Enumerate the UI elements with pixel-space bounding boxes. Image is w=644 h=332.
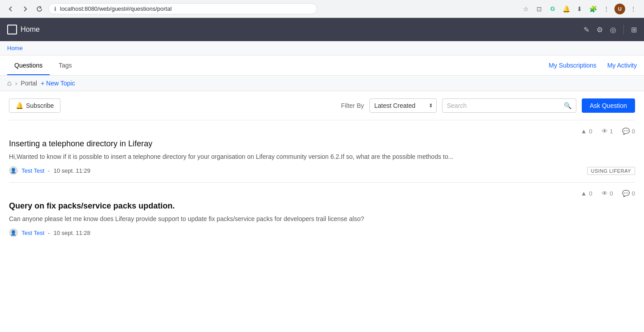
author-date-separator: - <box>48 167 50 174</box>
comments-count: 0 <box>632 128 635 135</box>
logo-square-icon <box>7 25 17 34</box>
header-divider <box>623 25 624 34</box>
votes-stat: ▲ 0 <box>580 190 592 197</box>
my-activity-link[interactable]: My Activity <box>607 62 637 69</box>
avatar-icon: 👤 <box>10 230 17 236</box>
browser-actions: ☆ ⊡ G 🔔 ⬇ 🧩 ⋮ U ⋮ <box>520 4 639 14</box>
question-meta-top: ▲ 0 👁 1 💬 0 <box>9 128 635 135</box>
tab-questions[interactable]: Questions <box>7 55 50 75</box>
question-title[interactable]: Query on fix packs/service packs updatio… <box>9 201 635 211</box>
url-text: localhost:8080/web/guest#/questions/port… <box>60 5 172 12</box>
question-excerpt: Can anyone please let me know does Lifer… <box>9 214 635 224</box>
filter-section: Filter By Latest Created Latest Edited M… <box>341 98 635 113</box>
reload-button[interactable] <box>34 4 45 14</box>
address-bar[interactable]: ℹ localhost:8080/web/guest#/questions/po… <box>48 3 317 14</box>
views-stat: 👁 0 <box>601 190 613 197</box>
search-box: 🔍 <box>442 98 576 113</box>
table-row: ▲ 0 👁 0 💬 0 Query on fix packs/service p… <box>9 182 635 244</box>
my-subscriptions-link[interactable]: My Subscriptions <box>549 62 597 69</box>
question-date: 10 sept. 11:29 <box>53 167 90 174</box>
question-footer: 👤 Test Test - 10 sept. 11:29 USING LIFER… <box>9 166 635 175</box>
comments-stat: 💬 0 <box>622 128 635 135</box>
app-logo[interactable]: Home <box>7 25 40 34</box>
bell-subscribe-icon: 🔔 <box>16 102 23 109</box>
views-count: 1 <box>610 128 613 135</box>
download-icon[interactable]: ⬇ <box>574 4 585 14</box>
header-icons: ✎ ⚙ ◎ ⊞ <box>584 25 637 34</box>
favicon-icon: ℹ <box>54 6 56 12</box>
browser-chrome: ℹ localhost:8080/web/guest#/questions/po… <box>0 0 644 18</box>
tab-tags[interactable]: Tags <box>52 55 79 75</box>
app-header: Home ✎ ⚙ ◎ ⊞ <box>0 18 644 41</box>
new-topic-label: New Topic <box>46 80 75 87</box>
portal-breadcrumb: Portal <box>21 80 37 87</box>
more-icon[interactable]: ⋮ <box>628 4 639 14</box>
grammarly-icon[interactable]: G <box>547 4 558 14</box>
subscribe-label: Subscribe <box>26 102 54 109</box>
question-excerpt: Hi,Wanted to know if it is possible to i… <box>9 152 635 162</box>
avatar: 👤 <box>9 166 18 175</box>
capture-icon[interactable]: ⊡ <box>534 4 545 14</box>
votes-stat: ▲ 0 <box>580 128 592 135</box>
question-tags: USING LIFERAY <box>587 167 635 174</box>
question-title[interactable]: Inserting a telephone directory in Lifer… <box>9 139 635 149</box>
question-author: 👤 Test Test - 10 sept. 11:29 <box>9 166 90 175</box>
compass-icon[interactable]: ◎ <box>610 26 616 34</box>
table-row: ▲ 0 👁 1 💬 0 Inserting a telephone direct… <box>9 120 635 182</box>
questions-list: ▲ 0 👁 1 💬 0 Inserting a telephone direct… <box>0 120 644 244</box>
author-date-separator: - <box>48 230 50 236</box>
ask-question-label: Ask Question <box>590 102 627 109</box>
forward-button[interactable] <box>20 4 30 14</box>
votes-count: 0 <box>589 128 592 135</box>
avatar-icon: 👤 <box>10 168 17 174</box>
question-footer: 👤 Test Test - 10 sept. 11:28 <box>9 228 635 237</box>
user-avatar[interactable]: U <box>614 4 625 14</box>
toolbar: 🔔 Subscribe Filter By Latest Created Lat… <box>0 91 644 120</box>
comments-stat: 💬 0 <box>622 190 635 197</box>
question-date: 10 sept. 11:28 <box>53 230 90 236</box>
app-title: Home <box>21 26 40 34</box>
author-name[interactable]: Test Test <box>21 230 44 236</box>
search-icon: 🔍 <box>564 102 571 109</box>
author-name[interactable]: Test Test <box>21 167 44 174</box>
breadcrumb-home-link[interactable]: Home <box>7 45 23 51</box>
star-icon[interactable]: ☆ <box>520 4 531 14</box>
filter-by-label: Filter By <box>341 102 364 109</box>
comments-count: 0 <box>632 190 635 197</box>
upvote-icon: ▲ <box>580 128 587 135</box>
settings-icon[interactable]: ⚙ <box>597 26 603 34</box>
question-meta-top: ▲ 0 👁 0 💬 0 <box>9 190 635 197</box>
comment-icon: 💬 <box>622 128 630 135</box>
subscribe-button[interactable]: 🔔 Subscribe <box>9 98 60 113</box>
bell-icon[interactable]: 🔔 <box>561 4 571 14</box>
upvote-icon: ▲ <box>580 190 587 197</box>
new-topic-button[interactable]: + New Topic <box>41 80 75 87</box>
breadcrumb-separator: › <box>15 80 17 87</box>
views-count: 0 <box>610 190 613 197</box>
question-author: 👤 Test Test - 10 sept. 11:28 <box>9 228 90 237</box>
plus-icon: + <box>41 80 44 87</box>
search-input[interactable] <box>447 99 561 112</box>
home-icon[interactable]: ⌂ <box>7 79 12 87</box>
tabs-right-links: My Subscriptions My Activity <box>549 62 637 69</box>
avatar: 👤 <box>9 228 18 237</box>
grid-icon[interactable]: ⊞ <box>631 26 637 34</box>
filter-select-wrapper: Latest Created Latest Edited Most Voted … <box>369 98 437 113</box>
views-stat: 👁 1 <box>601 128 613 135</box>
ask-question-button[interactable]: Ask Question <box>582 98 635 113</box>
top-breadcrumb: Home <box>0 41 644 55</box>
back-button[interactable] <box>5 4 16 14</box>
eye-icon: 👁 <box>601 128 608 135</box>
puzzle-icon[interactable]: 🧩 <box>588 4 598 14</box>
comment-icon: 💬 <box>622 190 630 197</box>
filter-select[interactable]: Latest Created Latest Edited Most Voted … <box>369 98 437 113</box>
votes-count: 0 <box>589 190 592 197</box>
edit-icon[interactable]: ✎ <box>584 26 589 34</box>
menu-icon[interactable]: ⋮ <box>601 4 612 14</box>
tabs-bar: Questions Tags My Subscriptions My Activ… <box>0 55 644 76</box>
question-tag[interactable]: USING LIFERAY <box>587 167 635 175</box>
eye-icon: 👁 <box>601 190 608 197</box>
sub-header: ⌂ › Portal + New Topic <box>0 76 644 91</box>
